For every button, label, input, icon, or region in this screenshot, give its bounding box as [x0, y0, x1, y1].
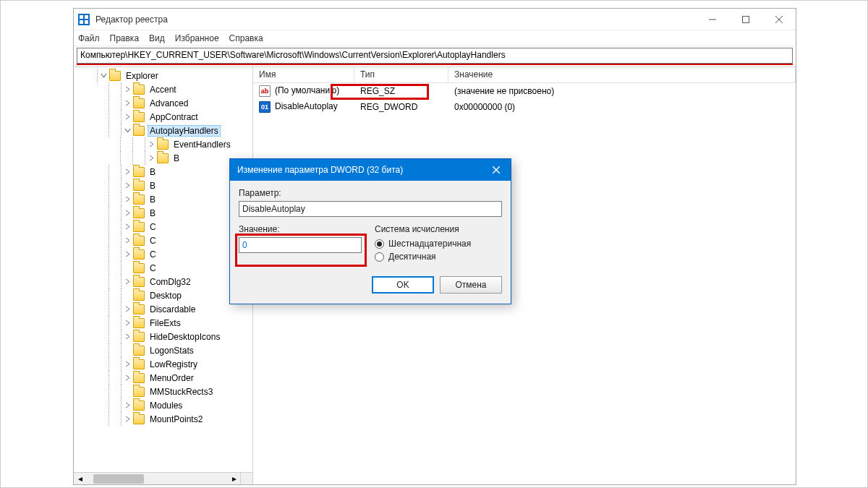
svg-rect-0 — [743, 16, 749, 22]
folder-icon — [133, 194, 145, 205]
ok-button[interactable]: OK — [372, 276, 434, 294]
chevron-right-icon[interactable] — [122, 237, 133, 244]
tree-item[interactable]: C — [74, 261, 252, 275]
tree-item[interactable]: Accent — [74, 82, 252, 96]
folder-icon — [133, 387, 145, 397]
value-field[interactable] — [239, 237, 362, 253]
chevron-right-icon[interactable] — [145, 141, 157, 147]
scroll-left-icon[interactable]: ◂ — [74, 473, 86, 485]
minimize-button[interactable] — [696, 9, 729, 30]
folder-icon — [133, 401, 145, 411]
tree-item[interactable]: C — [74, 234, 252, 247]
tree-item[interactable]: B — [74, 179, 252, 192]
tree-item[interactable]: Advanced — [74, 96, 252, 110]
radio-dec[interactable]: Десятичная — [375, 252, 471, 262]
tree-item[interactable]: B — [74, 192, 252, 206]
chevron-right-icon[interactable] — [122, 182, 133, 189]
scroll-track[interactable] — [86, 473, 228, 484]
menu-view[interactable]: Вид — [149, 33, 165, 43]
tree-item[interactable]: B — [74, 206, 252, 220]
chevron-right-icon[interactable] — [122, 278, 133, 285]
close-button[interactable] — [762, 9, 796, 30]
list-body[interactable]: ab(По умолчанию)REG_SZ(значение не присв… — [253, 83, 796, 115]
param-field — [239, 201, 502, 217]
tree-item[interactable]: Modules — [74, 398, 252, 412]
titlebar: Редактор реестра — [74, 9, 796, 30]
tree-item[interactable]: EventHandlers — [74, 137, 252, 151]
menu-help[interactable]: Справка — [229, 33, 263, 43]
chevron-right-icon[interactable] — [122, 333, 133, 340]
chevron-right-icon[interactable] — [122, 100, 133, 106]
folder-icon — [133, 346, 145, 356]
folder-icon — [133, 112, 145, 122]
tree-item-label: ComDlg32 — [148, 277, 192, 287]
tree-item[interactable]: B — [74, 165, 252, 179]
tree-item[interactable]: C — [74, 247, 252, 261]
col-header-name[interactable]: Имя — [253, 67, 354, 82]
tree-item[interactable]: MenuOrder — [74, 371, 252, 385]
chevron-right-icon[interactable] — [122, 86, 133, 93]
value-name: DisableAutoplay — [275, 101, 338, 111]
chevron-down-icon[interactable] — [122, 127, 133, 134]
radio-hex[interactable]: Шестнадцатеричная — [375, 239, 471, 249]
chevron-right-icon[interactable] — [122, 374, 133, 381]
value-type: REG_SZ — [354, 86, 448, 96]
tree-item-label: Modules — [148, 401, 184, 411]
highlight-address-underline — [77, 64, 793, 65]
scroll-thumb[interactable] — [93, 474, 144, 484]
tree-item[interactable]: Desktop — [74, 288, 252, 302]
tree-list[interactable]: ExplorerAccentAdvancedAppContractAutopla… — [74, 67, 252, 472]
folder-icon — [133, 126, 145, 136]
tree-item[interactable]: C — [74, 220, 252, 234]
tree-item[interactable]: LogonStats — [74, 343, 252, 357]
tree-item[interactable]: FileExts — [74, 316, 252, 330]
tree-item[interactable]: AppContract — [74, 110, 252, 124]
chevron-right-icon[interactable] — [122, 223, 133, 230]
list-row[interactable]: 01DisableAutoplayREG_DWORD0x00000000 (0) — [253, 99, 796, 115]
menu-edit[interactable]: Правка — [110, 33, 140, 43]
tree-horizontal-scrollbar[interactable]: ◂ ▸ — [74, 472, 240, 484]
tree-item-label: Advanced — [148, 98, 190, 108]
chevron-right-icon[interactable] — [122, 402, 133, 408]
tree-item[interactable]: ComDlg32 — [74, 275, 252, 288]
value-type: REG_DWORD — [354, 102, 448, 112]
scroll-right-icon[interactable]: ▸ — [228, 473, 240, 485]
tree-item[interactable]: MMStuckRects3 — [74, 385, 252, 398]
cancel-button[interactable]: Отмена — [440, 276, 502, 294]
dialog-close-button[interactable] — [482, 159, 511, 181]
string-value-icon: ab — [259, 85, 271, 97]
chevron-right-icon[interactable] — [122, 361, 133, 367]
folder-icon — [133, 414, 145, 424]
chevron-right-icon[interactable] — [122, 320, 133, 326]
address-bar[interactable]: Компьютер\HKEY_CURRENT_USER\Software\Mic… — [77, 48, 793, 64]
value-data: 0x00000000 (0) — [448, 102, 796, 112]
menu-fav[interactable]: Избранное — [175, 33, 219, 43]
menu-file[interactable]: Файл — [78, 33, 100, 43]
tree-item-label: MountPoints2 — [148, 414, 204, 424]
tree-item[interactable]: MountPoints2 — [74, 412, 252, 426]
col-header-type[interactable]: Тип — [354, 67, 448, 82]
radio-hex-indicator — [375, 239, 384, 249]
chevron-right-icon[interactable] — [122, 306, 133, 312]
dialog-body: Параметр: Значение: Система исчисления Ш… — [230, 181, 511, 304]
list-row[interactable]: ab(По умолчанию)REG_SZ(значение не присв… — [253, 83, 796, 99]
chevron-down-icon[interactable] — [98, 72, 109, 79]
folder-icon — [157, 153, 169, 163]
chevron-right-icon[interactable] — [122, 196, 133, 202]
chevron-right-icon[interactable] — [122, 210, 133, 216]
chevron-right-icon[interactable] — [145, 155, 157, 161]
tree-item[interactable]: Discardable — [74, 302, 252, 316]
tree-item[interactable]: HideDesktopIcons — [74, 330, 252, 343]
chevron-right-icon[interactable] — [122, 416, 133, 422]
tree-item[interactable]: B — [74, 151, 252, 165]
chevron-right-icon[interactable] — [122, 251, 133, 257]
chevron-right-icon[interactable] — [122, 168, 133, 175]
window-controls — [696, 9, 796, 30]
tree-item[interactable]: AutoplayHandlers — [74, 124, 252, 137]
chevron-right-icon[interactable] — [122, 114, 133, 120]
tree-item[interactable]: LowRegistry — [74, 357, 252, 371]
tree-item[interactable]: Explorer — [74, 69, 252, 82]
tree-item-label: Accent — [148, 85, 178, 95]
col-header-value[interactable]: Значение — [448, 67, 796, 82]
maximize-button[interactable] — [729, 9, 762, 30]
